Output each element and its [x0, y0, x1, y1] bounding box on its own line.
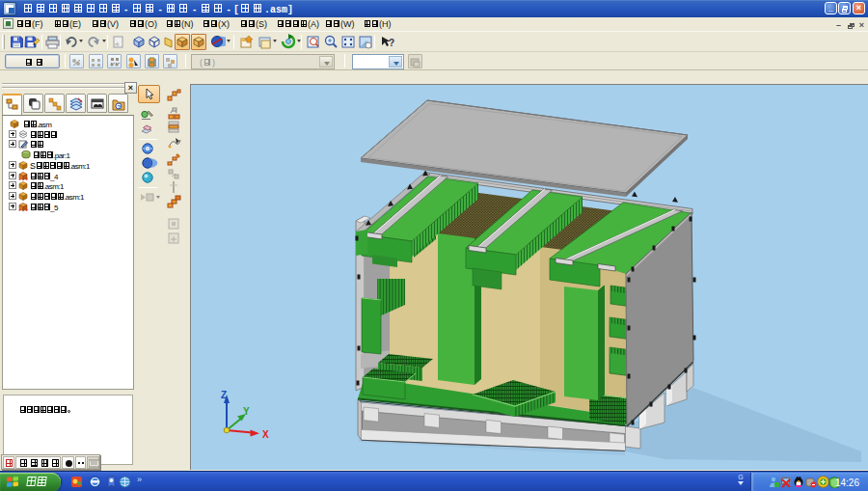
- svg-text:?: ?: [118, 104, 122, 110]
- svg-text:X: X: [262, 429, 269, 440]
- svg-text:Y: Y: [243, 406, 250, 417]
- svg-text:Z: Z: [221, 390, 227, 400]
- svg-text:?: ?: [389, 38, 394, 48]
